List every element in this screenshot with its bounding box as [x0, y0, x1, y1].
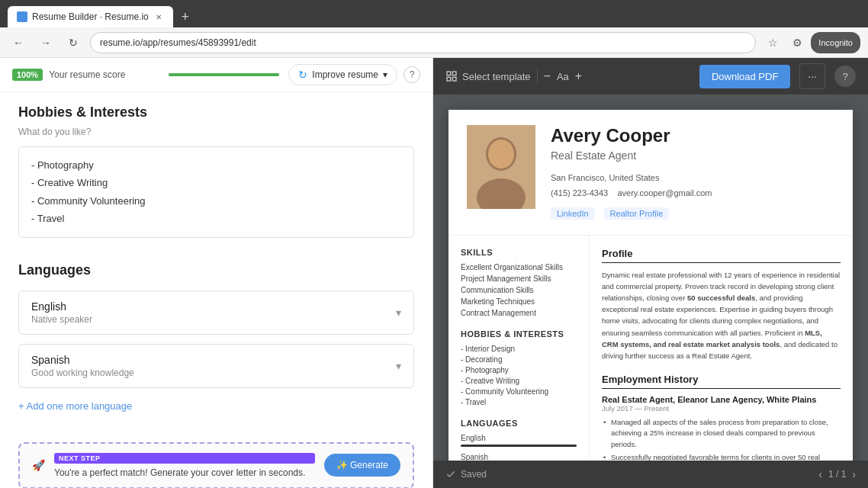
hobby-item-2: - Creative Writing	[31, 174, 401, 191]
page-controls: ‹ 1 / 1 ›	[818, 468, 856, 480]
back-button[interactable]: ←	[8, 32, 29, 53]
resume-preview-container: Avery Cooper Real Estate Agent San Franc…	[433, 95, 868, 461]
help-circle-button[interactable]: ?	[834, 66, 856, 87]
add-language-button[interactable]: + Add one more language	[18, 397, 132, 415]
resume-languages-section: Languages English Spanish	[461, 419, 577, 461]
resume-header: Avery Cooper Real Estate Agent San Franc…	[448, 110, 853, 236]
preview-toolbar-left: Select template − Aa +	[445, 69, 582, 84]
address-bar[interactable]	[90, 32, 756, 53]
forward-button[interactable]: →	[35, 32, 56, 53]
photo-svg	[467, 125, 535, 209]
toolbar-actions: ☆ ⚙ Incognito	[762, 32, 860, 53]
hobbies-subtitle: What do you like?	[18, 127, 414, 137]
zoom-out-button[interactable]: −	[544, 69, 551, 83]
zoom-in-button[interactable]: +	[575, 69, 582, 83]
language-english-name: English	[31, 300, 396, 313]
incognito-button[interactable]: Incognito	[811, 32, 860, 53]
resume-main: Profile Dynamic real estate professional…	[590, 236, 853, 461]
editor-topbar: 100% Your resume score ↻ Improve resume …	[0, 58, 432, 92]
hobby-item-4: - Travel	[31, 210, 401, 227]
prev-page-button[interactable]: ‹	[818, 468, 822, 480]
bookmark-button[interactable]: ☆	[762, 32, 783, 53]
languages-sidebar-title: Languages	[461, 419, 577, 428]
rocket-icon: 🚀	[32, 459, 45, 471]
generate-button[interactable]: ✨ Generate	[324, 454, 400, 477]
improve-icon: ↻	[298, 69, 307, 81]
language-english-info: English Native speaker	[31, 300, 396, 325]
preview-panel: Select template − Aa + Download PDF ··· …	[433, 58, 868, 488]
hobby-item-3: - Community Volunteering	[31, 192, 401, 210]
dropdown-icon: ▾	[383, 69, 387, 80]
skill-5: Contract Management	[461, 309, 577, 317]
add-language-label: + Add one more language	[18, 400, 132, 412]
hobbies-title: Hobbies & Interests	[18, 104, 414, 120]
hobbies-sidebar-title: Hobbies & Interests	[461, 329, 577, 339]
skills-title: Skills	[461, 248, 577, 257]
tab-title: Resume Builder · Resume.io	[32, 11, 149, 22]
job-1-bullet-2: Successfully negotiated favorable terms …	[602, 452, 841, 461]
employment-title: Employment History	[602, 374, 841, 389]
score-bar	[169, 73, 279, 76]
hobby-item-1: - Photography	[31, 156, 401, 174]
language-english-level: Native speaker	[31, 314, 396, 325]
language-spanish[interactable]: Spanish Good working knowledge ▾	[18, 344, 414, 388]
hobbies-list[interactable]: - Photography - Creative Writing - Commu…	[18, 146, 414, 238]
main-layout: 100% Your resume score ↻ Improve resume …	[0, 58, 868, 488]
resume-name: Avery Cooper	[551, 125, 712, 146]
new-tab-button[interactable]: +	[175, 6, 196, 27]
svg-rect-10	[447, 77, 451, 81]
lang-english-fill	[461, 445, 577, 447]
resume-hobby-5: - Community Volunteering	[461, 387, 577, 396]
settings-button[interactable]: ⚙	[786, 32, 808, 53]
resume-email: avery.cooper@gmail.com	[617, 188, 712, 197]
next-step-text: You're a perfect match! Generate your co…	[54, 467, 305, 478]
active-tab[interactable]: Resume Builder · Resume.io ✕	[8, 6, 173, 27]
skill-1: Excellent Organizational Skills	[461, 263, 577, 271]
score-bar-fill	[169, 73, 279, 76]
browser-tabs: Resume Builder · Resume.io ✕ +	[8, 0, 196, 27]
resume-hobby-3: - Photography	[461, 366, 577, 374]
skill-4: Marketing Techniques	[461, 297, 577, 306]
browser-chrome: Resume Builder · Resume.io ✕ +	[0, 0, 868, 27]
resume-link-realtor: Realtor Profile	[604, 207, 670, 220]
resume-links: LinkedIn Realtor Profile	[551, 207, 712, 220]
resume-page: Avery Cooper Real Estate Agent San Franc…	[448, 110, 853, 461]
lang-spanish: Spanish	[461, 453, 577, 461]
job-1-bullet-1: Managed all aspects of the sales process…	[602, 417, 841, 450]
employment-section: Employment History Real Estate Agent, El…	[602, 374, 841, 461]
skills-section: Skills Excellent Organizational Skills P…	[461, 248, 577, 317]
select-template-button[interactable]: Select template	[445, 70, 531, 82]
profile-text: Dynamic real estate professional with 12…	[602, 269, 841, 362]
resume-photo	[467, 125, 535, 209]
language-english[interactable]: English Native speaker ▾	[18, 291, 414, 335]
profile-title: Profile	[602, 248, 841, 263]
languages-section: Languages English Native speaker ▾ Spani…	[0, 250, 432, 442]
resume-phone-email: (415) 223-4343 avery.cooper@gmail.com	[551, 186, 712, 201]
lang-english: English	[461, 434, 577, 447]
language-spanish-level: Good working knowledge	[31, 368, 396, 378]
page-info: 1 / 1	[828, 469, 846, 480]
tab-close-icon[interactable]: ✕	[153, 11, 164, 22]
zoom-value: Aa	[557, 71, 569, 82]
next-step-banner: 🚀 NEXT STEP You're a perfect match! Gene…	[18, 442, 414, 488]
resume-hobby-2: - Decorating	[461, 355, 577, 364]
svg-rect-11	[452, 77, 456, 81]
zoom-controls: − Aa +	[544, 69, 583, 83]
improve-button[interactable]: ↻ Improve resume ▾	[288, 64, 397, 85]
more-options-button[interactable]: ···	[799, 63, 825, 89]
lang-english-bar	[461, 445, 577, 447]
help-button[interactable]: ?	[403, 66, 420, 83]
refresh-button[interactable]: ↻	[63, 32, 84, 53]
lang-spanish-name: Spanish	[461, 453, 577, 461]
browser-toolbar: ← → ↻ ☆ ⚙ Incognito	[0, 27, 868, 58]
next-step-content: NEXT STEP You're a perfect match! Genera…	[54, 453, 315, 478]
language-spanish-info: Spanish Good working knowledge	[31, 354, 396, 378]
resume-hobby-6: - Travel	[461, 398, 577, 406]
editor-panel: 100% Your resume score ↻ Improve resume …	[0, 58, 433, 488]
lang-english-name: English	[461, 434, 577, 442]
svg-rect-9	[452, 72, 456, 75]
template-icon	[445, 70, 458, 82]
resume-hobbies-section: Hobbies & Interests - Interior Design - …	[461, 329, 577, 406]
download-pdf-button[interactable]: Download PDF	[699, 65, 790, 88]
next-page-button[interactable]: ›	[852, 468, 856, 480]
